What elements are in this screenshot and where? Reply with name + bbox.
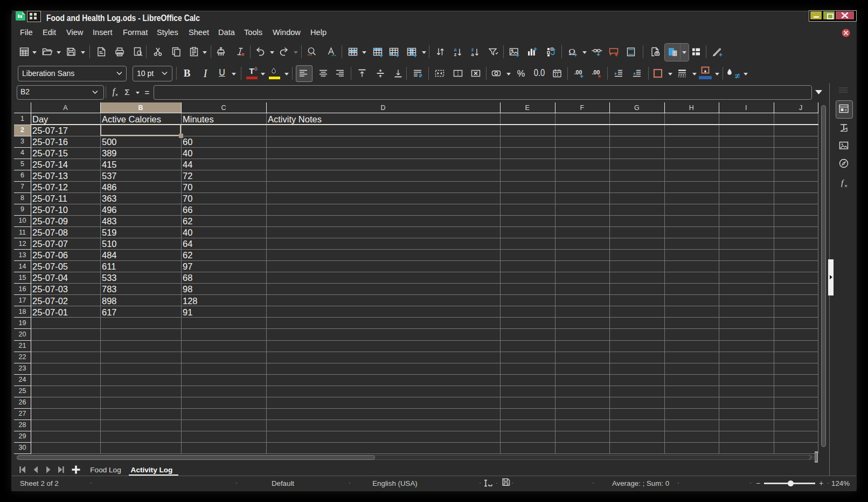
svg-text:a: a — [471, 52, 474, 57]
svg-text:Ω: Ω — [568, 47, 575, 57]
svg-text:.00: .00 — [592, 69, 600, 75]
svg-text:.00: .00 — [574, 69, 582, 75]
svg-text:z: z — [454, 52, 457, 57]
